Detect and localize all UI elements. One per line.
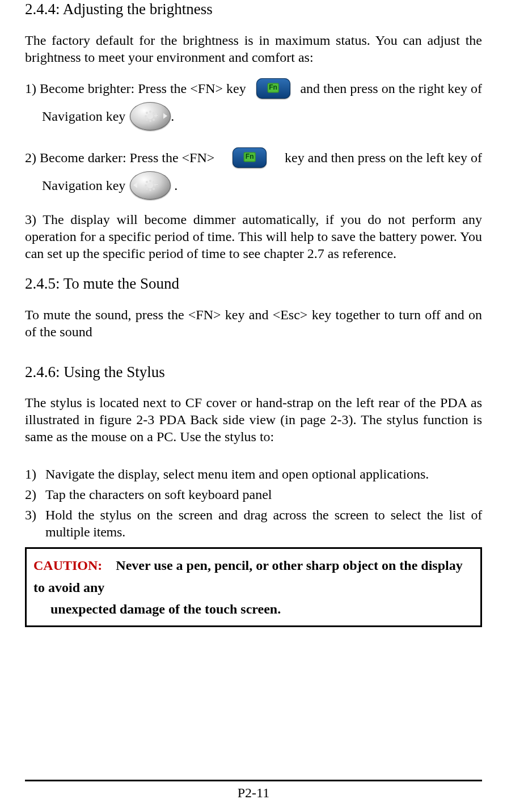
fn-key-icon bbox=[233, 147, 267, 168]
list-text: Hold the stylus on the screen and drag a… bbox=[45, 506, 482, 540]
caution-box: CAUTION: Never use a pen, pencil, or oth… bbox=[25, 547, 482, 627]
list-item: 3) Hold the stylus on the screen and dra… bbox=[25, 506, 482, 540]
navigation-key-right-icon: + bbox=[130, 102, 171, 130]
fn-key-icon bbox=[256, 78, 290, 99]
list-number: 2) bbox=[25, 486, 45, 503]
caution-label: CAUTION: bbox=[33, 558, 102, 573]
darker-step-text-c: Navigation key bbox=[42, 177, 125, 194]
document-page: 2.4.4: Adjusting the brightness The fact… bbox=[0, 0, 507, 812]
page-content: 2.4.4: Adjusting the brightness The fact… bbox=[25, 0, 482, 627]
list-item: 2) Tap the characters on soft keyboard p… bbox=[25, 486, 482, 503]
heading-2-4-6: 2.4.6: Using the Stylus bbox=[25, 363, 482, 382]
darker-step-text-a: 2) Become darker: Press the <FN> bbox=[25, 149, 214, 166]
brighter-step-text-b: and then press on the right key of bbox=[300, 80, 482, 97]
list-text: Tap the characters on soft keyboard pane… bbox=[45, 486, 482, 503]
darker-step-text-b: key and then press on the left key of bbox=[285, 149, 482, 166]
stylus-usage-list: 1) Navigate the display, select menu ite… bbox=[25, 466, 482, 540]
darker-step-line2: Navigation key − . bbox=[25, 171, 482, 200]
darker-step-line1: 2) Become darker: Press the <FN> key and… bbox=[25, 147, 482, 168]
heading-2-4-5: 2.4.5: To mute the Sound bbox=[25, 274, 482, 294]
list-item: 1) Navigate the display, select menu ite… bbox=[25, 466, 482, 483]
footer-rule bbox=[25, 780, 482, 781]
brighter-step-text-c: Navigation key bbox=[42, 108, 125, 125]
auto-dim-note: 3) The display will become dimmer automa… bbox=[25, 211, 482, 262]
brighter-step-line2: Navigation key + . bbox=[25, 102, 482, 130]
section-2-4-5-body: To mute the sound, press the <FN> key an… bbox=[25, 306, 482, 340]
section-2-4-4-intro: The factory default for the brightness i… bbox=[25, 32, 482, 66]
section-2-4-6-intro: The stylus is located next to CF cover o… bbox=[25, 394, 482, 445]
caution-text-line2: unexpected damage of the touch screen. bbox=[33, 598, 474, 620]
list-text: Navigate the display, select menu item a… bbox=[45, 466, 482, 483]
brighter-step-line1: 1) Become brighter: Press the <FN> key a… bbox=[25, 78, 482, 99]
brighter-step-text-d: . bbox=[171, 108, 174, 125]
navigation-key-left-icon: − bbox=[130, 171, 171, 200]
list-number: 1) bbox=[25, 466, 45, 483]
brighter-step-text-a: 1) Become brighter: Press the <FN> key bbox=[25, 80, 246, 97]
list-number: 3) bbox=[25, 506, 45, 523]
page-number: P2-11 bbox=[0, 785, 507, 801]
heading-2-4-4: 2.4.4: Adjusting the brightness bbox=[25, 0, 482, 19]
darker-step-text-d: . bbox=[174, 177, 178, 194]
